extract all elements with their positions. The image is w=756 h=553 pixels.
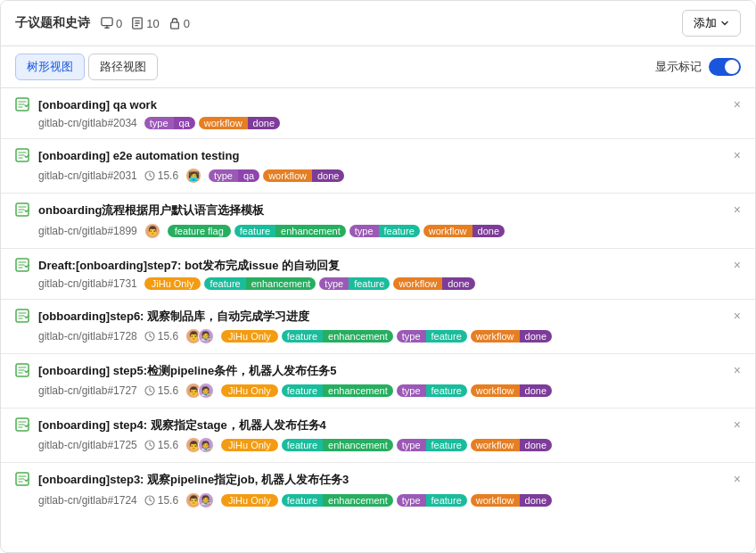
clock-icon [144, 385, 155, 396]
tag-right: feature [426, 330, 467, 343]
tag-left: type [397, 439, 426, 451]
tabs-bar: 树形视图 路径视图 显示标记 [1, 46, 755, 88]
issue-title[interactable]: [onboarding]step3: 观察pipeline指定job, 机器人发… [38, 472, 741, 488]
issue-ref: gitlab-cn/gitlab#2031 [38, 169, 137, 182]
close-button[interactable]: × [730, 309, 744, 323]
issue-icon [15, 97, 29, 114]
close-button[interactable]: × [730, 202, 744, 217]
close-button[interactable]: × [730, 97, 744, 111]
page-title: 子议题和史诗 [15, 15, 90, 31]
tag-compound: typeqa [209, 169, 259, 182]
issue-tags: JiHu Onlyfeatureenhancementtypefeaturewo… [144, 277, 475, 290]
issue-title[interactable]: Dreaft:[onboarding]step7: bot发布完成issue 的… [38, 258, 741, 274]
issue-content: Dreaft:[onboarding]step7: bot发布完成issue 的… [38, 258, 741, 290]
issue-tags: JiHu Onlyfeatureenhancementtypefeaturewo… [221, 384, 552, 397]
close-button[interactable]: × [730, 363, 744, 377]
list-item: onboarding流程根据用户默认语言选择模板gitlab-cn/gitlab… [1, 194, 755, 248]
avatar-group: 👨🧑‍🎨 [185, 328, 214, 344]
issue-icon [15, 417, 29, 434]
issue-ref: gitlab-cn/gitlab#1725 [38, 439, 137, 451]
tag-compound: featureenhancement [282, 494, 393, 507]
issue-ref: gitlab-cn/gitlab#1724 [38, 494, 137, 507]
issue-list: [onboarding] qa workgitlab-cn/gitlab#203… [1, 88, 755, 517]
tag-compound: typefeature [397, 494, 467, 507]
tag-left: workflow [263, 169, 312, 182]
list-item: [onboarding]step3: 观察pipeline指定job, 机器人发… [1, 463, 755, 516]
tag-left: type [144, 117, 174, 129]
avatar-group: 👨🧑‍🎨 [185, 383, 214, 399]
clock-icon [144, 170, 155, 181]
issue-title[interactable]: onboarding流程根据用户默认语言选择模板 [38, 202, 741, 219]
issue-icon [15, 363, 29, 380]
avatar-group: 👨 [144, 223, 160, 239]
list-item: Dreaft:[onboarding]step7: bot发布完成issue 的… [1, 249, 755, 300]
header-meta: 0 10 0 [101, 17, 190, 30]
tag-left: workflow [471, 330, 520, 343]
lock-icon [168, 17, 181, 29]
tag-right: qa [174, 117, 195, 129]
issue-ref: gitlab-cn/gitlab#1727 [38, 384, 137, 397]
issue-title[interactable]: [onboarding] qa work [38, 97, 741, 113]
issue-time: 15.6 [144, 169, 178, 182]
issue-title[interactable]: [onboarding] step5:检测pipeline条件，机器人发布任务5 [38, 363, 741, 379]
tag-left: type [319, 277, 349, 290]
issue-content: [onboarding] step4: 观察指定stage，机器人发布任务4gi… [38, 417, 741, 453]
tag-left: workflow [199, 117, 248, 129]
tag-right: done [472, 225, 505, 237]
tag-right: enhancement [246, 277, 316, 290]
list-item: [onboarding] step4: 观察指定stage，机器人发布任务4gi… [1, 409, 755, 463]
tag-left: feature [234, 225, 275, 237]
close-button[interactable]: × [730, 417, 744, 432]
issue-count-3: 0 [168, 17, 190, 30]
close-button[interactable]: × [730, 258, 744, 272]
tag-right: enhancement [323, 439, 393, 451]
tag-compound: workflowdone [471, 494, 552, 507]
issue-icon [15, 309, 29, 326]
issue-title[interactable]: [obboarding]step6: 观察制品库，自动完成学习进度 [38, 309, 741, 325]
tag-right: done [520, 384, 552, 397]
close-button[interactable]: × [730, 472, 744, 486]
avatar-group: 👨🧑‍🎨 [185, 492, 214, 508]
tag-right: done [520, 494, 552, 507]
issue-title[interactable]: [onboarding] step4: 观察指定stage，机器人发布任务4 [38, 417, 741, 433]
tab-tree-view[interactable]: 树形视图 [15, 54, 85, 80]
add-button[interactable]: 添加 [682, 10, 741, 37]
tag-right: enhancement [275, 225, 346, 237]
doc-icon [131, 17, 144, 29]
issue-meta: gitlab-cn/gitlab#2031 15.6🧑‍💻typeqaworkf… [38, 168, 741, 184]
show-label-toggle: 显示标记 [655, 58, 741, 76]
tag-left: workflow [471, 384, 520, 397]
issue-count-1: 0 [101, 17, 122, 30]
tag-left: type [397, 494, 426, 507]
issue-tags: typeqaworkflowdone [209, 169, 344, 182]
tag-left: feature [282, 330, 323, 343]
header: 子议题和史诗 0 10 0 添加 [1, 1, 755, 46]
tag-compound: typefeature [397, 330, 467, 343]
tag-right: qa [238, 169, 259, 182]
close-button[interactable]: × [730, 148, 744, 162]
issue-ref: gitlab-cn/gitlab#1899 [38, 225, 137, 237]
tag-compound: typefeature [397, 439, 467, 451]
tag-compound: typefeature [319, 277, 390, 290]
list-item: [onboarding] e2e automation testinggitla… [1, 139, 755, 194]
issue-meta: gitlab-cn/gitlab#2034typeqaworkflowdone [38, 117, 741, 129]
avatar: 🧑‍🎨 [198, 492, 214, 508]
clock-icon [144, 440, 155, 450]
issue-tags: typeqaworkflowdone [144, 117, 280, 129]
issue-content: [onboarding] e2e automation testinggitla… [38, 148, 741, 184]
screen-icon [101, 17, 113, 29]
issue-content: [onboarding]step3: 观察pipeline指定job, 机器人发… [38, 472, 741, 508]
tag-left: feature [282, 494, 323, 507]
tag-left: workflow [423, 225, 472, 237]
show-label-toggle-switch[interactable] [709, 58, 741, 76]
list-item: [onboarding] step5:检测pipeline条件，机器人发布任务5… [1, 354, 755, 409]
tab-path-view[interactable]: 路径视图 [88, 54, 158, 80]
issue-time: 15.6 [144, 384, 178, 397]
issue-title[interactable]: [onboarding] e2e automation testing [38, 148, 741, 164]
tag-right: enhancement [323, 494, 393, 507]
tag-right: feature [349, 277, 390, 290]
avatar: 🧑‍🎨 [198, 437, 214, 453]
tag-left: type [397, 384, 426, 397]
tag-compound: featureenhancement [282, 384, 393, 397]
tag-right: enhancement [323, 384, 393, 397]
